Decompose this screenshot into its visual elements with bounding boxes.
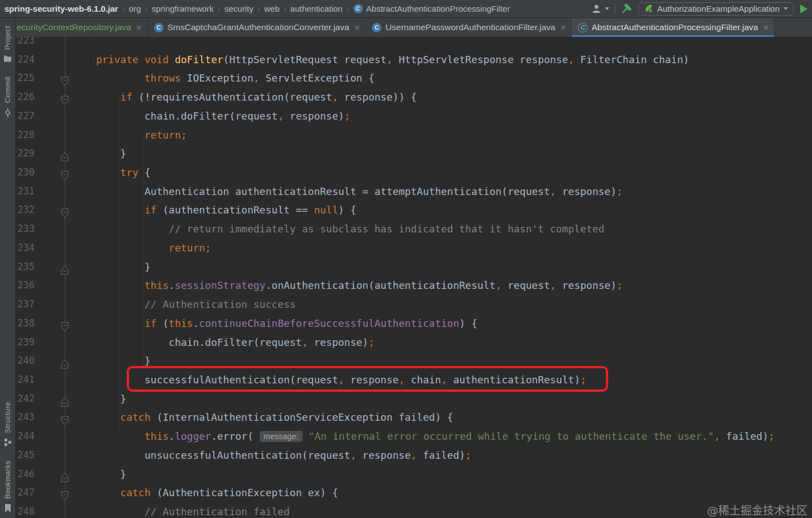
fold-end-icon[interactable]	[61, 149, 69, 158]
fold-start-icon[interactable]	[61, 319, 69, 328]
code-text[interactable]: // Authentication success	[96, 295, 296, 314]
code-text[interactable]: this.sessionStrategy.onAuthentication(au…	[96, 276, 623, 295]
code-segment: (InternalAuthenticationServiceException …	[151, 411, 453, 423]
line-number[interactable]: 225	[16, 69, 35, 88]
tool-window-stripe: Project Commit Structure Bookmarks	[0, 18, 16, 518]
fold-start-icon[interactable]	[61, 168, 69, 177]
line-number[interactable]: 231	[16, 182, 35, 201]
line-number[interactable]: 238	[16, 314, 35, 333]
code-text[interactable]: throws IOException, ServletException {	[96, 69, 375, 88]
code-text[interactable]: }	[96, 351, 151, 370]
user-menu-button[interactable]	[592, 4, 609, 13]
run-config-select[interactable]: AuthorizationExampleApplication	[638, 2, 794, 16]
code-text[interactable]: chain.doFilter(request, response);	[96, 333, 375, 352]
code-segment: return	[145, 129, 181, 141]
line-number[interactable]: 240	[16, 351, 35, 370]
editor-tab[interactable]: CAbstractAuthenticationProcessingFilter.…	[572, 18, 775, 37]
line-number[interactable]: 239	[16, 333, 35, 352]
build-button[interactable]	[621, 3, 632, 14]
editor-tabs: ecurityContextRepository.java×CSmsCaptch…	[16, 18, 812, 37]
breadcrumb-item[interactable]: spring-security-web-6.1.0.jar	[4, 4, 118, 13]
editor-tab[interactable]: CSmsCaptchaGrantAuthenticationConverter.…	[148, 18, 366, 37]
fold-end-icon[interactable]	[61, 262, 69, 272]
close-icon[interactable]: ×	[135, 23, 142, 32]
code-text[interactable]: return;	[96, 126, 187, 145]
code-line: 239 chain.doFilter(request, response);	[16, 333, 812, 352]
line-number[interactable]: 234	[16, 239, 35, 258]
line-number[interactable]: 237	[16, 295, 35, 314]
breadcrumb-item[interactable]: AbstractAuthenticationProcessingFilter	[366, 4, 510, 13]
fold-start-icon[interactable]	[61, 92, 69, 102]
editor-tab[interactable]: ecurityContextRepository.java×	[16, 18, 148, 37]
code-text[interactable]: if (authenticationResult == null) {	[96, 201, 356, 220]
breadcrumb-item[interactable]: authentication	[290, 4, 342, 13]
line-number[interactable]: 244	[16, 427, 35, 446]
fold-start-icon[interactable]	[61, 205, 69, 215]
line-number[interactable]: 245	[16, 446, 35, 465]
code-text[interactable]: chain.doFilter(request, response);	[96, 107, 350, 126]
breadcrumb-item[interactable]: org	[129, 4, 141, 13]
fold-start-icon[interactable]	[61, 488, 69, 497]
code-text[interactable]: }	[96, 389, 126, 408]
breadcrumb-item[interactable]: web	[264, 4, 280, 13]
line-number[interactable]: 242	[16, 389, 35, 408]
line-number[interactable]: 230	[16, 163, 35, 182]
run-button[interactable]	[800, 4, 808, 13]
code-segment: FilterChain chain)	[574, 54, 689, 65]
line-number[interactable]: 224	[16, 50, 35, 69]
hammer-icon	[621, 3, 632, 14]
close-icon[interactable]: ×	[559, 23, 566, 32]
line-number[interactable]: 229	[16, 144, 35, 163]
code-segment: response	[344, 374, 399, 386]
line-number[interactable]: 236	[16, 276, 35, 295]
code-segment: return	[169, 242, 205, 254]
code-text[interactable]: catch (AuthenticationException ex) {	[96, 483, 338, 502]
line-number[interactable]: 248	[16, 502, 35, 518]
line-number[interactable]: 228	[16, 126, 35, 145]
line-number[interactable]: 235	[16, 258, 35, 277]
line-number[interactable]: 232	[16, 201, 35, 220]
code-text[interactable]: return;	[96, 239, 211, 258]
code-text[interactable]: this.logger.error( message: "An internal…	[96, 427, 775, 446]
close-icon[interactable]: ×	[762, 23, 768, 32]
toolbar-actions: AuthorizationExampleApplication	[592, 2, 808, 16]
editor-tab[interactable]: CUsernamePasswordAuthenticationFilter.ja…	[366, 18, 572, 37]
line-number[interactable]: 227	[16, 107, 35, 126]
code-segment: ,	[302, 336, 308, 348]
line-number[interactable]: 243	[16, 408, 35, 427]
fold-end-icon[interactable]	[61, 356, 69, 365]
line-number[interactable]: 247	[16, 483, 35, 502]
sidebar-item-project[interactable]: Project	[3, 26, 12, 62]
code-text[interactable]: successfulAuthentication(request, respon…	[96, 370, 586, 389]
code-text[interactable]: }	[96, 465, 126, 484]
sidebar-item-structure[interactable]: Structure	[3, 402, 12, 446]
line-number[interactable]: 223	[16, 37, 35, 50]
line-number[interactable]: 226	[16, 88, 35, 107]
breadcrumb-item[interactable]: security	[225, 4, 254, 13]
fold-start-icon[interactable]	[61, 73, 69, 83]
code-text[interactable]: }	[96, 144, 126, 163]
breadcrumb-item[interactable]: springframework	[152, 4, 214, 13]
line-number[interactable]: 246	[16, 465, 35, 484]
fold-start-icon[interactable]	[61, 412, 69, 422]
code-text[interactable]: // return immediately as subclass has in…	[96, 220, 604, 239]
fold-end-icon[interactable]	[61, 469, 69, 479]
code-text[interactable]: private void doFilter(HttpServletRequest…	[96, 50, 689, 69]
code-text[interactable]: unsuccessfulAuthentication(request, resp…	[96, 446, 471, 465]
code-text[interactable]: try {	[96, 163, 151, 182]
code-text[interactable]: }	[96, 258, 151, 277]
code-text[interactable]: Authentication authenticationResult = at…	[96, 182, 623, 201]
code-text[interactable]: if (!requiresAuthentication(request, res…	[96, 88, 417, 107]
sidebar-item-commit[interactable]: Commit	[3, 77, 12, 117]
line-number[interactable]: 241	[16, 370, 35, 389]
code-editor[interactable]: 223224private void doFilter(HttpServletR…	[16, 37, 812, 518]
code-segment: response)	[556, 279, 617, 291]
code-text[interactable]: // Authentication failed	[96, 502, 290, 518]
code-text[interactable]: catch (InternalAuthenticationServiceExce…	[96, 408, 453, 427]
close-icon[interactable]: ×	[353, 23, 360, 32]
line-number[interactable]: 233	[16, 220, 35, 239]
fold-end-icon[interactable]	[61, 394, 69, 403]
code-text[interactable]: if (this.continueChainBeforeSuccessfulAu…	[96, 314, 477, 333]
code-line: 225 throws IOException, ServletException…	[16, 69, 812, 88]
sidebar-item-bookmarks[interactable]: Bookmarks	[3, 460, 12, 512]
